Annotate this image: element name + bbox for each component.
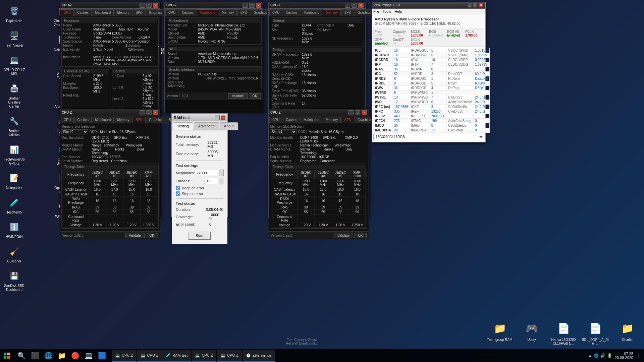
- tab-mb-memory[interactable]: Memory: [219, 9, 237, 16]
- taskbar-cpuz-icon[interactable]: 💻: [82, 349, 95, 362]
- cpuz-spd1-validate[interactable]: Validate: [125, 233, 144, 238]
- desktop-icon-testmem5[interactable]: 🧪 TestMem5: [2, 195, 27, 216]
- cpuz-spd2-ok[interactable]: OK: [355, 233, 367, 238]
- tab-mainboard[interactable]: Mainboard: [92, 9, 114, 16]
- cpuz-memory-titlebar[interactable]: CPU-Z _ □ ✕: [269, 2, 365, 9]
- tab-spd1-spd[interactable]: SPD: [132, 117, 146, 123]
- systray-arrow[interactable]: ▲: [588, 353, 592, 358]
- cpuz-cpu-close[interactable]: ✕: [153, 3, 158, 8]
- cpuz-spd1-maximize[interactable]: □: [146, 110, 152, 115]
- tab-mb-caches[interactable]: Caches: [179, 9, 196, 16]
- file-icon-8gb[interactable]: 📄 8Gb_DDR4_A_Die_...: [582, 320, 609, 345]
- cpuz-spd1-minimize[interactable]: _: [140, 110, 145, 115]
- cpuz-cpu-minimize[interactable]: _: [140, 3, 145, 8]
- taskbar-app-ramtest[interactable]: 🧪 RAM test: [162, 350, 191, 362]
- tab-spd1-cpu[interactable]: CPU: [61, 117, 74, 123]
- tab-spd1-memory[interactable]: Memory: [114, 117, 132, 123]
- zen-menu-help[interactable]: Help: [394, 9, 402, 13]
- tab-ramtest-about[interactable]: About: [220, 122, 238, 130]
- tab-graphics[interactable]: Graphics: [146, 9, 165, 16]
- tab-ramtest-advanced[interactable]: Advanced: [194, 122, 219, 130]
- tab-mem3-graphics[interactable]: Graphics: [355, 9, 374, 16]
- taskbar-show-desktop[interactable]: |: [636, 349, 641, 362]
- desktop-icon-papierkorb[interactable]: 🗑️ Papierkorb: [2, 3, 27, 24]
- desktop-icon-cpuid[interactable]: 💻 CPUID CPU-Z MSI: [2, 52, 27, 77]
- taskbar-edge-icon[interactable]: 🌐: [42, 349, 55, 362]
- tab-memory[interactable]: Memory: [114, 9, 132, 16]
- spd2-slot-select[interactable]: Slot #4: [270, 129, 297, 134]
- tab-mem3-mainboard[interactable]: Mainboard: [301, 9, 322, 16]
- cpuz-spd1-ok[interactable]: OK: [146, 233, 158, 238]
- tab-spd2-caches[interactable]: Caches: [283, 117, 300, 123]
- ramtest-megabytes-input[interactable]: [195, 170, 218, 176]
- cpuz-mainboard-titlebar[interactable]: CPU-Z _ □ ✕: [165, 2, 263, 9]
- ramtest-beep-checkbox[interactable]: [176, 186, 180, 190]
- tab-spd2-graphics[interactable]: Graphics: [355, 117, 374, 123]
- ramtest-minimize[interactable]: _: [215, 115, 220, 120]
- file-icon-teamgroup[interactable]: 📁 Teamgroup RAM: [486, 320, 513, 345]
- taskbar-app-zentimings[interactable]: ⏱️ ZenTimings: [243, 350, 275, 362]
- spin-threads-down[interactable]: ▼: [219, 181, 223, 184]
- spd1-slot-select[interactable]: Slot #2: [61, 129, 88, 134]
- cpuz-mainboard-ok[interactable]: OK: [249, 93, 261, 99]
- file-icon-uplay[interactable]: 🎮 Uplay: [518, 320, 545, 345]
- zen-close[interactable]: ✕: [479, 3, 483, 8]
- zen-titlebar[interactable]: ZenTimings 1.1.0 _ □ ✕: [372, 2, 485, 9]
- taskbar-app-cpuz3[interactable]: 💻 CPU-Z: [192, 350, 216, 362]
- taskbar-app-cpuz1[interactable]: 💻 CPU-Z: [112, 350, 137, 362]
- cpuz-mainboard-close[interactable]: ✕: [256, 3, 261, 8]
- tab-mem3-memory[interactable]: Memory: [323, 9, 341, 16]
- cpuz-memory-close[interactable]: ✕: [358, 3, 364, 8]
- taskbar-tasksview-icon[interactable]: ⬛: [29, 349, 41, 362]
- file-icon-nanya[interactable]: 📄 Nanya 16G3200CL16RGB D...: [550, 320, 577, 345]
- cpuz-mainboard-maximize[interactable]: □: [249, 3, 255, 8]
- taskbar-app-cpuz4[interactable]: 💻 CPU-Z: [217, 350, 242, 362]
- tab-mb-spd[interactable]: SPD: [237, 9, 250, 16]
- cpuz-spd1-titlebar[interactable]: CPU-Z _ □ ✕: [60, 109, 160, 116]
- spin-down[interactable]: ▼: [219, 173, 224, 176]
- taskbar-clock[interactable]: 07:25 20.09.2020: [615, 352, 633, 360]
- desktop-icon-brother-utilities[interactable]: 🔧 Brother Utilities: [2, 113, 27, 138]
- desktop-icon-techpowerup[interactable]: 📊 TechPowerUp GPU-Z: [2, 142, 27, 167]
- cpuz-cpu-titlebar[interactable]: CPU-Z _ □ ✕: [60, 2, 160, 9]
- tab-mem3-cpu[interactable]: CPU: [269, 9, 282, 16]
- cpuz-mainboard-validate[interactable]: Validate: [228, 93, 247, 99]
- tab-ramtest-testing[interactable]: Testing: [173, 122, 193, 130]
- tab-spd2-memory[interactable]: Memory: [323, 117, 341, 123]
- zen-maximize[interactable]: □: [473, 3, 478, 8]
- tab-caches[interactable]: Caches: [74, 9, 92, 16]
- spin-threads-up[interactable]: ▲: [219, 178, 223, 181]
- cpuz-spd1-close[interactable]: ✕: [153, 110, 158, 115]
- tab-spd2-cpu[interactable]: CPU: [269, 117, 282, 123]
- zen-dropdown[interactable]: 16G3200CL16RGB: [373, 134, 484, 140]
- tab-spd2-spd[interactable]: SPD: [341, 117, 354, 123]
- cpuz-cpu-maximize[interactable]: □: [146, 3, 152, 8]
- cpuz-spd2-titlebar[interactable]: CPU-Z _ □ ✕: [269, 109, 369, 116]
- ramtest-titlebar[interactable]: RAM test _ ✕: [172, 114, 227, 121]
- taskbar-powershell-icon[interactable]: 🟦: [96, 349, 108, 362]
- taskbar-search-icon[interactable]: 🔍: [15, 349, 28, 362]
- taskbar-start-button[interactable]: [0, 349, 13, 362]
- tab-spd[interactable]: SPD: [132, 9, 146, 16]
- cpuz-mainboard-minimize[interactable]: _: [243, 3, 248, 8]
- ramtest-close[interactable]: ✕: [221, 115, 225, 120]
- taskbar-app-cpuz2[interactable]: 💻 CPU-Z: [137, 350, 162, 362]
- cpuz-memory-minimize[interactable]: _: [345, 3, 350, 8]
- cpuz-memory-maximize[interactable]: □: [352, 3, 357, 8]
- tab-mb-graphics[interactable]: Graphics: [251, 9, 270, 16]
- zen-menu-file[interactable]: File: [373, 9, 379, 13]
- ramtest-threads-input[interactable]: [205, 178, 218, 184]
- spin-up[interactable]: ▲: [219, 170, 224, 173]
- cpuz-spd2-validate[interactable]: Validate: [334, 233, 353, 238]
- tab-mem3-spd[interactable]: SPD: [341, 9, 354, 16]
- taskbar-opera-taskbar-icon[interactable]: 🔴: [69, 349, 82, 362]
- cpuz-spd2-close[interactable]: ✕: [362, 110, 367, 115]
- desktop-icon-hwinfo64[interactable]: ℹ️ HWiNFO64: [2, 219, 27, 240]
- zen-menu-tools[interactable]: Tools: [383, 9, 391, 13]
- zen-minimize[interactable]: _: [467, 3, 472, 8]
- ramtest-start-button[interactable]: Start: [188, 232, 211, 240]
- tab-mb-cpu[interactable]: CPU: [165, 9, 178, 16]
- desktop-icon-ccleaner[interactable]: 🧹 CCleaner: [2, 244, 27, 265]
- ramtest-stop-checkbox[interactable]: [176, 191, 180, 196]
- cpuz-spd2-maximize[interactable]: □: [355, 110, 360, 115]
